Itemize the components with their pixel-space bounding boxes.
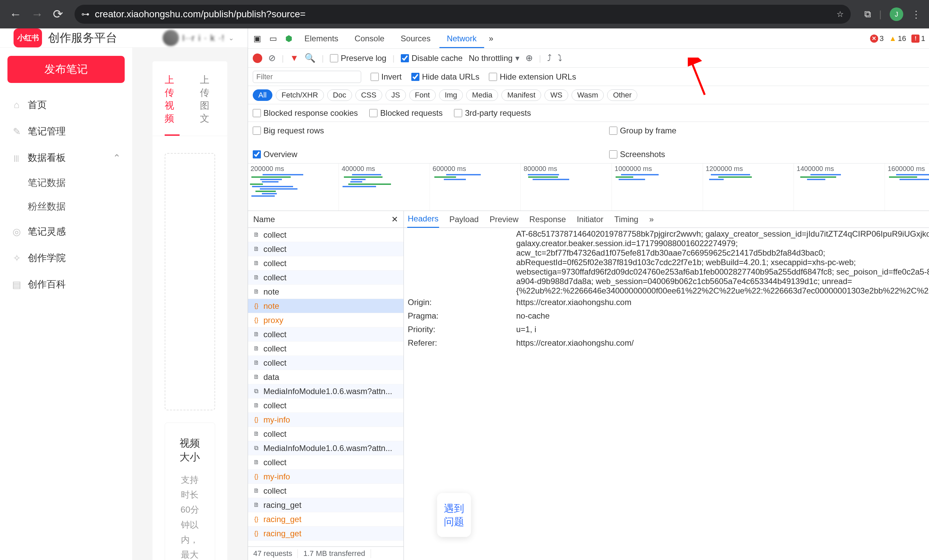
sidebar-item-academy[interactable]: ✧创作学院 [8, 245, 125, 271]
back-icon[interactable]: ← [8, 6, 23, 23]
detail-tab-payload[interactable]: Payload [449, 211, 480, 228]
address-bar[interactable]: ⊶ creator.xiaohongshu.com/publish/publis… [75, 5, 851, 24]
request-row[interactable]: 🗎racing_get [248, 498, 403, 512]
request-row[interactable]: 🗎collect [248, 398, 403, 413]
name-column-header[interactable]: Name ✕ [248, 211, 403, 228]
group-checkbox[interactable]: Group by frame [609, 126, 677, 135]
tab-upload-video[interactable]: 上传视频 [165, 73, 179, 136]
detail-tab-response[interactable]: Response [529, 211, 566, 228]
type-chip-wasm[interactable]: Wasm [572, 89, 604, 101]
menu-icon[interactable]: ⋮ [911, 9, 921, 20]
big-rows-checkbox[interactable]: Big request rows [253, 126, 324, 135]
request-row[interactable]: {}my-info [248, 413, 403, 427]
tab-elements[interactable]: Elements [297, 29, 346, 48]
type-chip-doc[interactable]: Doc [327, 89, 352, 101]
user-menu[interactable]: I··r i · k ·! ⌄ [162, 30, 234, 46]
publish-button[interactable]: 发布笔记 [8, 56, 125, 83]
blocked-requests-checkbox[interactable]: Blocked requests [369, 108, 443, 118]
detail-tab-initiator[interactable]: Initiator [576, 211, 604, 228]
vue-icon[interactable]: ⬢ [282, 32, 296, 45]
preserve-log-checkbox[interactable]: Preserve log [330, 54, 386, 63]
overview-checkbox[interactable]: Overview [253, 150, 297, 159]
request-row[interactable]: 🗎note [248, 285, 403, 299]
request-row[interactable]: 🗎collect [248, 484, 403, 498]
type-chip-fetchxhr[interactable]: Fetch/XHR [276, 89, 324, 101]
profile-avatar[interactable]: J [890, 8, 903, 21]
request-row[interactable]: {}my-info [248, 470, 403, 484]
record-button[interactable] [253, 54, 262, 63]
sidebar-item-wiki[interactable]: ▤创作百科 [8, 271, 125, 298]
close-sidebar-icon[interactable]: ✕ [391, 215, 398, 224]
type-chip-img[interactable]: Img [439, 89, 463, 101]
sidebar-item-home[interactable]: ⌂首页 [8, 92, 125, 118]
sidebar-item-notes[interactable]: ✎笔记管理 [8, 118, 125, 145]
type-chip-css[interactable]: CSS [356, 89, 382, 101]
tab-upload-image[interactable]: 上传图文 [200, 73, 215, 136]
request-row[interactable]: 🗎collect [248, 256, 403, 271]
sidebar-sub-notedata[interactable]: 笔记数据 [8, 171, 125, 195]
warning-count[interactable]: ▲16 [887, 34, 908, 44]
drop-zone[interactable] [165, 153, 215, 410]
tab-network[interactable]: Network [440, 29, 484, 48]
request-row[interactable]: 🗎collect [248, 427, 403, 441]
tab-console[interactable]: Console [347, 29, 392, 48]
request-row[interactable]: ⧉MediaInfoModule1.0.6.wasm?attn... [248, 384, 403, 398]
disable-cache-checkbox[interactable]: Disable cache [401, 54, 463, 63]
request-row[interactable]: 🗎collect [248, 228, 403, 242]
request-row[interactable]: 🗎collect [248, 327, 403, 342]
request-row[interactable]: 🗎collect [248, 342, 403, 356]
reload-icon[interactable]: ⟳ [52, 6, 64, 23]
request-row[interactable]: 🗎data [248, 370, 403, 384]
type-chip-all[interactable]: All [253, 89, 272, 101]
request-row[interactable]: {}racing_get [248, 512, 403, 526]
screenshots-checkbox[interactable]: Screenshots [609, 150, 665, 159]
detail-tab-headers[interactable]: Headers [407, 211, 440, 228]
forward-icon[interactable]: → [30, 6, 45, 23]
error-count[interactable]: ✕3 [868, 34, 886, 44]
filter-icon[interactable]: ▼ [290, 53, 299, 63]
throttling-dropdown[interactable]: No throttling▾ [469, 54, 519, 63]
request-row[interactable]: 🗎collect [248, 242, 403, 256]
star-icon[interactable]: ☆ [837, 9, 844, 19]
detail-tab-timing[interactable]: Timing [613, 211, 639, 228]
sidebar-item-data[interactable]: ⫼数据看板⌃ [8, 145, 125, 171]
request-row[interactable]: {}note [248, 299, 403, 313]
request-row[interactable]: 🗎collect [248, 455, 403, 470]
request-row[interactable]: {}proxy [248, 313, 403, 327]
type-chip-media[interactable]: Media [466, 89, 498, 101]
third-party-checkbox[interactable]: 3rd-party requests [454, 108, 531, 118]
extensions-icon[interactable]: ⧉ [864, 9, 871, 20]
download-har-icon[interactable]: ⤵ [558, 53, 562, 63]
site-info-icon[interactable]: ⊶ [81, 9, 89, 19]
type-chip-other[interactable]: Other [607, 89, 637, 101]
sidebar-item-inspire[interactable]: ◎笔记灵感 [8, 218, 125, 245]
xhs-logo[interactable]: 小红书 [14, 28, 42, 47]
inspect-icon[interactable]: ▣ [250, 32, 265, 45]
wifi-icon[interactable]: ⊕ [526, 53, 533, 63]
info-count[interactable]: !1 [909, 34, 927, 44]
invert-checkbox[interactable]: Invert [371, 72, 402, 82]
device-icon[interactable]: ▭ [266, 32, 281, 45]
type-chip-js[interactable]: JS [386, 89, 406, 101]
type-chip-ws[interactable]: WS [544, 89, 568, 101]
waterfall-overview[interactable]: 200000 ms400000 ms600000 ms800000 ms1000… [248, 164, 929, 211]
type-chip-manifest[interactable]: Manifest [501, 89, 541, 101]
request-row[interactable]: {}racing_get [248, 526, 403, 541]
hide-data-checkbox[interactable]: Hide data URLs [411, 72, 480, 82]
tab-sources[interactable]: Sources [393, 29, 438, 48]
filter-input[interactable] [253, 71, 361, 83]
detail-tab-preview[interactable]: Preview [489, 211, 519, 228]
blocked-cookies-checkbox[interactable]: Blocked response cookies [253, 108, 358, 118]
upload-har-icon[interactable]: ⤴ [547, 53, 552, 63]
request-row[interactable]: 🗎collect [248, 356, 403, 370]
more-tabs-icon[interactable]: » [486, 32, 497, 45]
search-icon[interactable]: 🔍 [305, 53, 316, 63]
hide-ext-checkbox[interactable]: Hide extension URLs [489, 72, 576, 82]
request-row[interactable]: ⧉MediaInfoModule1.0.6.wasm?attn... [248, 441, 403, 455]
type-chip-font[interactable]: Font [409, 89, 436, 101]
clear-icon[interactable]: ⊘ [268, 53, 276, 63]
sidebar-sub-fandata[interactable]: 粉丝数据 [8, 195, 125, 218]
request-row[interactable]: 🗎collect [248, 271, 403, 285]
feedback-button[interactable]: 遇到 问题 [437, 493, 471, 537]
more-detail-tabs-icon[interactable]: » [648, 211, 654, 228]
